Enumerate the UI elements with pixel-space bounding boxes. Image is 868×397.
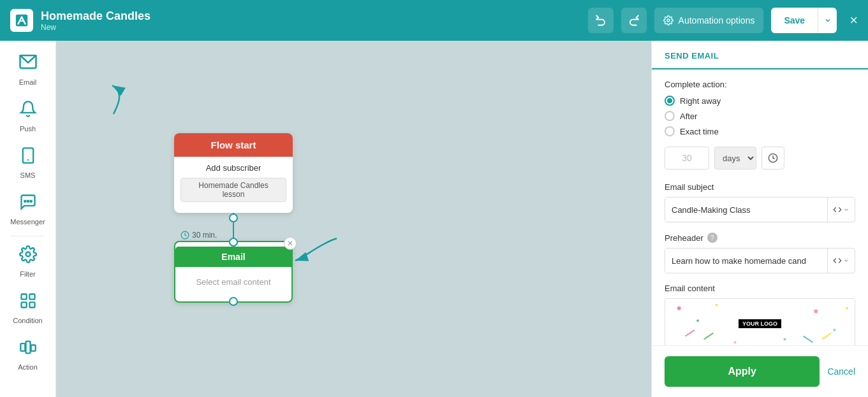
sidebar-condition-label: Condition	[13, 317, 42, 324]
preheader-info-icon[interactable]: ?	[707, 233, 717, 243]
sidebar-email-label: Email	[19, 78, 37, 86]
save-group: Save	[771, 8, 837, 33]
svg-rect-13	[20, 343, 25, 351]
automation-options-button[interactable]: Automation options	[654, 8, 764, 33]
flow-start-node[interactable]: Flow start Add subscriber Homemade Candl…	[174, 133, 293, 213]
panel-header: SEND EMAIL	[652, 41, 868, 69]
email-subject-action[interactable]	[827, 198, 855, 222]
sidebar-item-sms[interactable]: SMS	[4, 140, 52, 185]
app-subtitle: New	[41, 23, 151, 32]
email-node[interactable]: ✕ Email Select email content	[174, 241, 293, 303]
svg-line-26	[704, 333, 714, 340]
svg-rect-14	[26, 342, 30, 354]
save-dropdown-button[interactable]	[818, 8, 837, 33]
svg-point-1	[667, 19, 670, 22]
undo-button[interactable]	[588, 8, 614, 33]
svg-point-22	[814, 310, 818, 314]
svg-line-25	[686, 330, 695, 336]
svg-point-24	[846, 307, 848, 310]
email-icon	[18, 52, 38, 76]
messenger-icon	[19, 193, 37, 215]
filter-icon	[19, 245, 37, 268]
condition-icon	[19, 292, 37, 314]
panel-footer: Apply Cancel	[652, 345, 868, 397]
svg-point-29	[734, 341, 737, 343]
panel-body: Complete action: Right away After Exact …	[652, 69, 868, 345]
email-content-label-group: Email content	[665, 284, 855, 293]
svg-rect-15	[31, 345, 35, 351]
svg-point-30	[784, 338, 786, 340]
close-button[interactable]: ×	[850, 12, 858, 29]
time-picker-button[interactable]	[761, 147, 784, 170]
svg-point-7	[30, 201, 31, 202]
sidebar-item-push[interactable]: Push	[4, 94, 52, 139]
redo-button[interactable]	[621, 8, 647, 33]
email-subject-input[interactable]	[665, 198, 827, 222]
email-content-preview[interactable]: YOUR LOGO	[665, 298, 855, 345]
sidebar-item-email[interactable]: Email	[4, 46, 52, 92]
save-button[interactable]: Save	[771, 8, 818, 33]
right-panel: SEND EMAIL Complete action: Right away A…	[651, 41, 868, 397]
svg-rect-3	[22, 148, 33, 162]
radio-after-label: After	[680, 112, 697, 121]
app-logo	[10, 9, 33, 32]
svg-rect-10	[29, 294, 34, 300]
sidebar-action-label: Action	[18, 363, 38, 371]
svg-point-20	[696, 319, 699, 322]
sidebar-item-action[interactable]: Action	[4, 332, 52, 377]
radio-right-away[interactable]: Right away	[665, 96, 855, 106]
canvas-area[interactable]: Flow start Add subscriber Homemade Candl…	[56, 41, 651, 397]
radio-after[interactable]: After	[665, 111, 855, 121]
sidebar-sms-label: SMS	[20, 171, 36, 179]
flow-start-header: Flow start	[174, 133, 293, 157]
preheader-label: Preheader	[665, 233, 703, 243]
radio-exact-time-label: Exact time	[680, 127, 719, 136]
canvas-arrows	[56, 41, 651, 397]
preview-logo-text: YOUR LOGO	[739, 319, 781, 328]
radio-exact-time-input[interactable]	[665, 126, 675, 136]
sidebar-item-filter[interactable]: Filter	[4, 239, 52, 284]
delete-node-button[interactable]: ✕	[284, 237, 297, 250]
svg-rect-11	[21, 302, 26, 307]
sms-icon	[19, 147, 37, 169]
svg-point-6	[27, 201, 28, 202]
email-subject-row	[665, 197, 855, 222]
svg-point-21	[715, 304, 717, 307]
svg-rect-12	[29, 302, 34, 307]
sidebar-push-label: Push	[20, 125, 36, 133]
svg-line-27	[804, 336, 813, 343]
email-subject-label-group: Email subject	[665, 182, 855, 192]
svg-point-5	[24, 201, 26, 202]
flow-start-connector-bottom	[229, 213, 238, 222]
email-subject-label: Email subject	[665, 182, 714, 192]
email-connector-top	[229, 238, 238, 247]
radio-right-away-input[interactable]	[665, 96, 675, 106]
preheader-action[interactable]	[827, 249, 855, 273]
delay-text: 30 min.	[192, 231, 217, 240]
flow-start-body: Add subscriber Homemade Candles lesson	[174, 157, 293, 208]
email-node-body: Select email content	[175, 267, 291, 297]
preheader-input[interactable]	[665, 249, 827, 273]
svg-rect-9	[21, 294, 26, 300]
app-header: Homemade Candles New Automation options …	[0, 0, 868, 41]
svg-point-19	[677, 307, 681, 310]
delay-value-input[interactable]	[665, 147, 709, 170]
radio-exact-time[interactable]: Exact time	[665, 126, 855, 136]
flow-start-trigger: Add subscriber	[180, 163, 286, 173]
svg-point-8	[26, 252, 30, 257]
preheader-label-group: Preheader ?	[665, 233, 855, 243]
app-title-group: Homemade Candles New	[41, 10, 151, 32]
sidebar-item-condition[interactable]: Condition	[4, 285, 52, 331]
sidebar: Email Push SMS Messenger Filter	[0, 41, 56, 397]
cancel-button[interactable]: Cancel	[827, 366, 855, 377]
svg-line-28	[822, 333, 832, 340]
radio-after-input[interactable]	[665, 111, 675, 121]
push-icon	[19, 100, 37, 122]
delay-badge: 30 min.	[180, 231, 217, 240]
sidebar-divider	[11, 236, 44, 236]
sidebar-item-messenger[interactable]: Messenger	[4, 187, 52, 232]
email-preview-inner: YOUR LOGO	[665, 299, 855, 345]
apply-button[interactable]: Apply	[665, 356, 820, 387]
delay-unit-select[interactable]: days	[714, 147, 756, 170]
clock-icon	[180, 231, 189, 240]
